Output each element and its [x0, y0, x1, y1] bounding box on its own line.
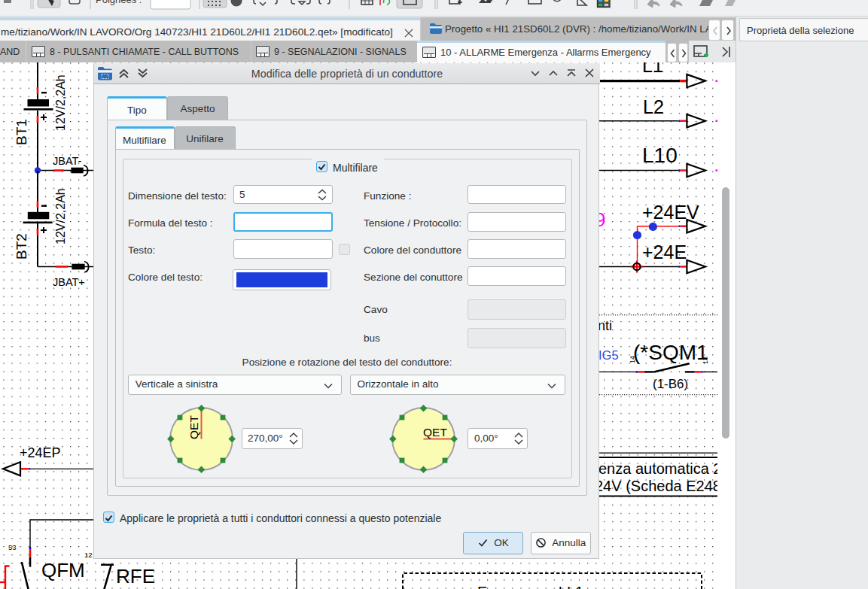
svg-text:(1-B6): (1-B6)	[653, 377, 688, 391]
svg-text:+24E: +24E	[642, 241, 687, 263]
svg-text:12V/2,2Ah: 12V/2,2Ah	[54, 74, 67, 131]
svg-text:13: 13	[702, 357, 709, 364]
svg-text:nti: nti	[598, 318, 612, 333]
svg-text:RFE: RFE	[116, 565, 155, 587]
svg-text:12V/2,2Ah: 12V/2,2Ah	[54, 188, 67, 244]
svg-text:IG5: IG5	[598, 348, 619, 362]
svg-text:QET: QET	[187, 415, 200, 439]
svg-text:53: 53	[8, 543, 17, 551]
svg-text:QFM: QFM	[41, 559, 85, 581]
svg-text:(*SQM1: (*SQM1	[633, 341, 708, 364]
svg-text:JBAT+: JBAT+	[53, 276, 85, 288]
svg-text:BT1: BT1	[14, 119, 29, 145]
svg-text:JBAT-: JBAT-	[53, 155, 82, 167]
svg-text:L10: L10	[642, 144, 678, 167]
svg-text:14: 14	[629, 356, 636, 363]
svg-text:+24EV: +24EV	[642, 202, 699, 223]
svg-text:Emergenza LL1: Emergenza LL1	[477, 584, 583, 589]
svg-text:L1: L1	[642, 62, 663, 76]
svg-text:BT2: BT2	[14, 233, 29, 260]
svg-text:12: 12	[84, 551, 93, 559]
svg-text:Poignées :: Poignées :	[96, 0, 142, 5]
svg-text:L2: L2	[643, 96, 664, 117]
svg-text:enza automatica 24: enza automatica 24	[598, 460, 717, 477]
svg-text:24V (Scheda E248: 24V (Scheda E248	[595, 478, 717, 494]
svg-text:+24EP: +24EP	[20, 445, 61, 460]
svg-text:QET: QET	[423, 426, 447, 439]
